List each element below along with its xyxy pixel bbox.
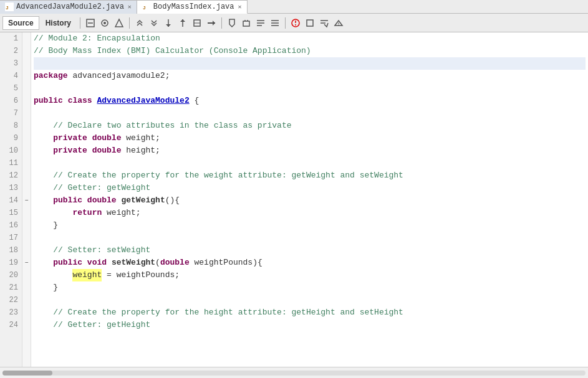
history-tab[interactable]: History [40,16,77,30]
java-icon-2: J [142,2,151,11]
toolbar-btn-3[interactable] [112,16,126,30]
toolbar-btn-16[interactable] [317,16,331,30]
svg-point-29 [295,24,296,26]
code-line-13: // Getter: getWeight [34,182,586,194]
line-num-16: 16 [4,219,18,232]
code-line-15: return weight; [34,207,586,219]
code-line-11 [34,157,586,169]
fold-cell-10 [22,144,31,157]
svg-point-35 [338,24,339,26]
toolbar-tabs: Source History [2,16,77,30]
tab-advancedjavamodule2[interactable]: J AdvancedJavaModule2.java ✕ [0,0,137,14]
code-line-18: // Setter: setWeight [34,244,586,257]
line-num-19: 19 [4,257,18,269]
fold-cell-8 [22,120,31,132]
toolbar-btn-9[interactable] [205,16,218,30]
line-num-12: 12 [4,169,18,182]
line-num-4: 4 [4,70,18,82]
code-content[interactable]: // Module 2: Encapsulation// Body Mass I… [31,32,588,367]
line-num-9: 9 [4,132,18,144]
toolbar-btn-14[interactable] [289,16,302,30]
line-num-14: 14 [4,194,18,207]
toolbar-btn-8[interactable] [190,16,204,30]
code-line-23: // Create the property for the height at… [34,306,586,319]
toolbar-btn-2[interactable] [98,16,112,30]
svg-marker-10 [166,24,171,27]
separator-2 [129,17,130,29]
toolbar-btn-15[interactable] [303,16,317,30]
line-num-10: 10 [4,144,18,157]
code-line-1: // Module 2: Encapsulation [34,32,586,45]
tab2-close[interactable]: ✕ [238,3,241,11]
scrollbar-track[interactable] [2,371,586,376]
svg-point-7 [104,22,106,24]
line-num-21: 21 [4,281,18,294]
line-num-11: 11 [4,157,18,169]
toolbar-btn-6[interactable] [161,16,175,30]
code-line-2: // Body Mass Index (BMI) Calculator (Con… [34,45,586,57]
toolbar: Source History [0,14,588,32]
fold-cell-24 [22,319,31,331]
separator-3 [221,17,222,29]
fold-cell-21 [22,281,31,294]
scrollbar-thumb[interactable] [2,371,52,376]
fold-cell-11 [22,157,31,169]
line-num-17: 17 [4,232,18,244]
fold-cell-18 [22,244,31,257]
tab-bodymassindex[interactable]: J BodyMassIndex.java ✕ [137,0,248,14]
fold-cell-23 [22,306,31,319]
line-num-23: 23 [4,306,18,319]
fold-cell-22 [22,294,31,306]
toolbar-btn-1[interactable] [84,16,97,30]
line-num-15: 15 [4,207,18,219]
code-line-21: } [34,281,586,294]
line-num-20: 20 [4,269,18,281]
fold-cell-20 [22,269,31,281]
toolbar-btn-5[interactable] [147,16,161,30]
toolbar-btn-7[interactable] [176,16,190,30]
toolbar-btn-17[interactable] [332,16,345,30]
line-num-8: 8 [4,120,18,132]
code-line-3 [34,57,586,70]
code-line-4: package advancedjavamodule2; [34,70,586,82]
tab-bar: J AdvancedJavaModule2.java ✕ J BodyMassI… [0,0,588,14]
svg-marker-17 [229,19,234,27]
line-numbers: 123456789101112131415161718192021222324 [0,32,22,367]
line-num-5: 5 [4,82,18,95]
toolbar-group-3 [225,16,282,30]
code-line-8: // Declare two attributes in the class a… [34,120,586,132]
toolbar-btn-10[interactable] [225,16,239,30]
fold-cell-15 [22,207,31,219]
code-area: 123456789101112131415161718192021222324 … [0,32,588,367]
code-line-20: weight = weightPounds; [34,269,586,281]
code-line-6: public class AdvancedJavaModule2 { [34,95,586,107]
fold-cell-3 [22,57,31,70]
fold-cell-19[interactable]: − [22,257,31,269]
line-num-24: 24 [4,319,18,331]
toolbar-btn-13[interactable] [268,16,282,30]
separator-4 [285,17,286,29]
tab1-close[interactable]: ✕ [128,3,132,11]
source-tab[interactable]: Source [2,16,39,30]
svg-text:J: J [143,5,146,11]
toolbar-group-1 [84,16,126,30]
code-line-19: public void setWeight(double weightPound… [34,257,586,269]
scrollbar-area [0,367,588,378]
line-num-7: 7 [4,107,18,120]
toolbar-btn-12[interactable] [254,16,267,30]
code-line-17 [34,232,586,244]
svg-marker-12 [180,19,185,22]
code-line-10: private double height; [34,144,586,157]
toolbar-group-2 [133,16,218,30]
code-line-5 [34,82,586,95]
toolbar-btn-11[interactable] [239,16,253,30]
fold-cell-12 [22,169,31,182]
code-line-24: // Getter: getHeight [34,319,586,331]
code-line-14: public double getWeight(){ [34,194,586,207]
tab2-label: BodyMassIndex.java [153,2,234,11]
code-line-7 [34,107,586,120]
fold-cell-17 [22,232,31,244]
toolbar-btn-4[interactable] [133,16,147,30]
fold-cell-5 [22,82,31,95]
fold-cell-14[interactable]: − [22,194,31,207]
